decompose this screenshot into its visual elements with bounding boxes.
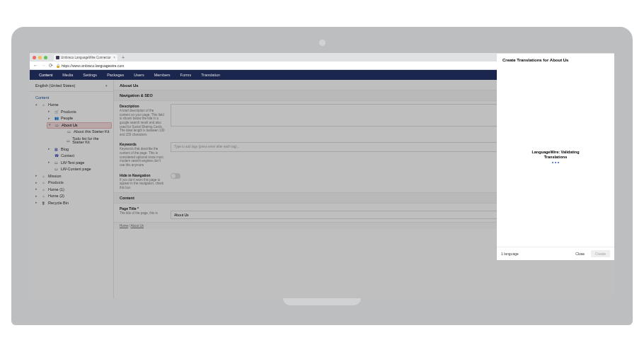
close-window-dot[interactable] <box>33 56 36 59</box>
close-tab-icon[interactable]: × <box>113 56 115 59</box>
nav-users[interactable]: Users <box>129 73 149 77</box>
forward-button[interactable]: → <box>41 63 46 68</box>
favicon <box>56 56 59 59</box>
nav-forms[interactable]: Forms <box>176 73 197 77</box>
url-display[interactable]: 🔒 https://www.umbraco.languagewire.com <box>56 64 124 68</box>
back-button[interactable]: ← <box>33 63 38 68</box>
maximize-window-dot[interactable] <box>44 56 47 59</box>
panel-title: Create Translations for About Us <box>497 54 614 66</box>
nav-packages[interactable]: Packages <box>102 73 129 77</box>
nav-translation[interactable]: Translation <box>196 73 225 77</box>
translation-panel: Create Translations for About Us Languag… <box>497 54 614 260</box>
language-count: 1 language <box>501 252 519 256</box>
create-button: Create <box>591 250 610 257</box>
nav-members[interactable]: Members <box>149 73 176 77</box>
nav-settings[interactable]: Settings <box>78 73 102 77</box>
browser-tab[interactable]: Umbraco LanguageWire Connector × <box>54 54 117 61</box>
nav-content[interactable]: Content <box>34 73 57 77</box>
camera <box>319 40 326 46</box>
tab-title: Umbraco LanguageWire Connector <box>61 56 111 59</box>
nav-media[interactable]: Media <box>57 73 78 77</box>
laptop-base <box>11 298 633 325</box>
loading-dots <box>552 162 559 163</box>
close-button[interactable]: Close <box>572 250 588 257</box>
new-tab-button[interactable]: + <box>120 55 127 60</box>
lock-icon: 🔒 <box>56 64 60 68</box>
minimize-window-dot[interactable] <box>38 56 42 59</box>
reload-button[interactable]: ⟳ <box>49 63 53 69</box>
panel-status: LanguageWire: ValidatingTranslations <box>531 150 579 160</box>
